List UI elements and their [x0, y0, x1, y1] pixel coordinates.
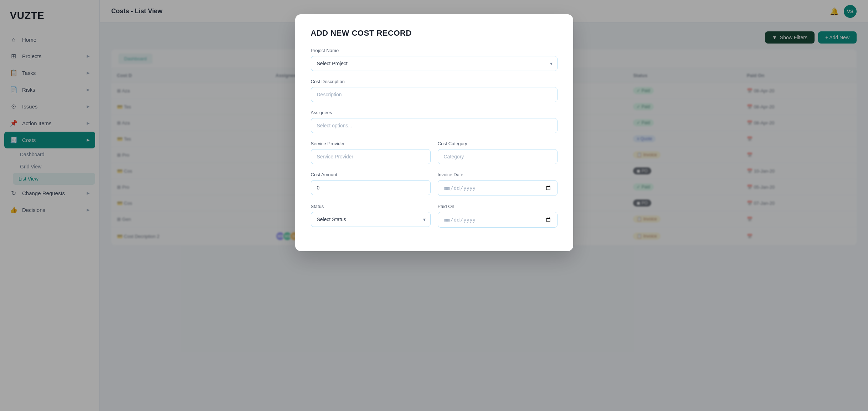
main-content: Costs - List View 🔔 VS ▼ Show Filters + … [100, 0, 868, 411]
paid-on-input[interactable] [438, 212, 558, 228]
status-paid-on-row: Status Select Status Paid Invoice Quote … [311, 204, 558, 235]
project-name-select[interactable]: Select Project [311, 56, 558, 71]
status-field: Status Select Status Paid Invoice Quote … [311, 204, 431, 228]
status-select-wrapper: Select Status Paid Invoice Quote PO [311, 212, 431, 227]
cost-amount-field: Cost Amount [311, 172, 431, 196]
paid-on-field: Paid On [438, 204, 558, 228]
invoice-date-input[interactable] [438, 180, 558, 196]
assignees-field: Assignees [311, 110, 558, 133]
paid-on-label: Paid On [438, 204, 558, 209]
service-provider-field: Service Provider [311, 141, 431, 164]
service-provider-input[interactable] [311, 149, 431, 164]
cost-description-input[interactable] [311, 87, 558, 102]
project-select-wrapper: Select Project [311, 56, 558, 71]
add-cost-modal: ADD NEW COST RECORD Project Name Select … [295, 14, 573, 251]
cost-description-label: Cost Description [311, 79, 558, 84]
cost-amount-input[interactable] [311, 180, 431, 195]
assignees-input[interactable] [311, 118, 558, 133]
status-select[interactable]: Select Status Paid Invoice Quote PO [311, 212, 431, 227]
cost-category-label: Cost Category [438, 141, 558, 146]
cost-category-field: Cost Category [438, 141, 558, 164]
project-name-field: Project Name Select Project [311, 48, 558, 71]
cost-amount-invoice-row: Cost Amount Invoice Date [311, 172, 558, 204]
status-label: Status [311, 204, 431, 209]
cost-category-input[interactable] [438, 149, 558, 164]
modal-overlay[interactable]: ADD NEW COST RECORD Project Name Select … [100, 0, 868, 411]
cost-amount-label: Cost Amount [311, 172, 431, 177]
project-name-label: Project Name [311, 48, 558, 53]
assignees-label: Assignees [311, 110, 558, 115]
invoice-date-field: Invoice Date [438, 172, 558, 196]
invoice-date-label: Invoice Date [438, 172, 558, 177]
service-provider-category-row: Service Provider Cost Category [311, 141, 558, 172]
cost-description-field: Cost Description [311, 79, 558, 102]
modal-title: ADD NEW COST RECORD [311, 29, 558, 38]
service-provider-label: Service Provider [311, 141, 431, 146]
